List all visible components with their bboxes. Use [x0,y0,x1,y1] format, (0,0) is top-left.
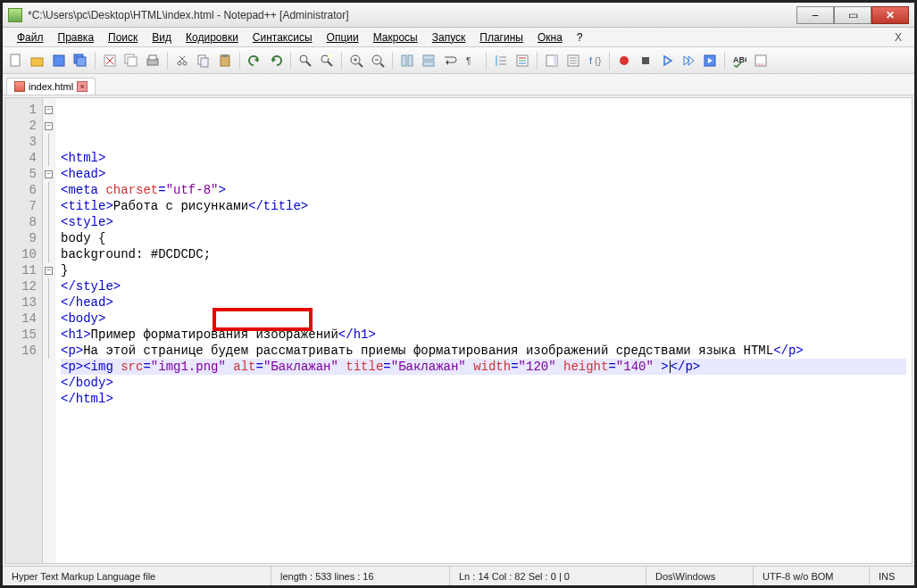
save-macro-icon[interactable] [700,51,720,70]
code-line[interactable]: background: #DCDCDC; [61,246,906,262]
menu-view[interactable]: Вид [145,29,179,46]
code-line[interactable]: body { [61,230,906,246]
menu-macro[interactable]: Макросы [366,29,425,46]
record-icon[interactable] [614,51,634,70]
window-title: *C:\Users\pc\Desktop\HTML\index.html - N… [28,9,796,21]
code-line[interactable]: <style> [61,214,906,230]
status-length: length : 533 lines : 16 [271,567,450,585]
code-area[interactable]: <html><head><meta charset="utf-8"><title… [55,98,912,563]
code-line[interactable]: </body> [61,375,906,391]
fold-cell [43,343,54,359]
code-line[interactable]: <p><img src="img1.png" alt="Баклажан" ti… [61,359,906,375]
code-line[interactable]: <meta charset="utf-8"> [61,182,906,198]
all-chars-icon[interactable]: ¶ [462,51,481,70]
menu-close-x[interactable]: X [889,31,907,44]
svg-rect-11 [149,55,156,60]
close-all-icon[interactable] [121,51,141,70]
sync-v-icon[interactable] [397,51,417,70]
minimize-button[interactable]: – [796,6,834,24]
save-all-icon[interactable] [71,51,90,70]
code-line[interactable]: </style> [61,278,906,294]
doc-map-icon[interactable] [542,51,562,70]
toolbar: ¶ f{} ABC [3,47,914,74]
close-file-icon[interactable] [100,51,120,70]
doc-list-icon[interactable] [563,51,583,70]
menu-encoding[interactable]: Кодировки [179,29,246,46]
sync-h-icon[interactable] [419,51,438,70]
menu-search[interactable]: Поиск [101,29,145,46]
play-multi-icon[interactable] [679,51,698,70]
menu-run[interactable]: Запуск [425,29,473,46]
code-line[interactable]: <h1>Пример форматирования изображений</h… [61,327,906,343]
fold-cell [43,198,54,214]
tab-close-icon[interactable]: × [77,81,88,92]
fold-cell [43,214,54,230]
line-number: 13 [5,294,37,311]
replace-icon[interactable] [317,51,337,70]
line-number: 9 [5,230,37,246]
fold-cell: − [43,262,54,278]
fold-cell [43,134,54,150]
copy-icon[interactable] [194,51,213,70]
svg-line-25 [328,62,332,66]
save-icon[interactable] [49,51,69,70]
print-icon[interactable] [143,51,163,70]
menu-window[interactable]: Окна [530,29,570,46]
line-number: 3 [5,134,37,150]
svg-rect-37 [423,62,434,66]
svg-point-13 [183,62,187,65]
fold-minus-icon[interactable]: − [45,122,53,130]
menu-settings[interactable]: Опции [320,29,366,46]
zoom-out-icon[interactable] [368,51,388,70]
find-icon[interactable] [296,51,315,70]
code-line[interactable]: </head> [61,294,906,311]
spellcheck-next-icon[interactable] [751,51,771,70]
maximize-button[interactable]: ▭ [834,6,871,24]
svg-point-12 [178,62,181,65]
fold-cell [43,327,54,343]
stop-icon[interactable] [636,51,655,70]
svg-rect-49 [554,55,557,66]
paste-icon[interactable] [215,51,235,70]
new-file-icon[interactable] [6,51,26,70]
line-number: 10 [5,246,37,262]
menu-help[interactable]: ? [570,29,590,46]
udl-icon[interactable] [513,51,532,70]
menu-plugins[interactable]: Плагины [472,29,530,46]
fold-column: −−−− [43,98,55,563]
code-line[interactable]: <body> [61,311,906,327]
svg-rect-36 [423,55,434,60]
tab-index-html[interactable]: index.html × [6,78,96,95]
line-number: 15 [5,327,37,343]
code-line[interactable]: <head> [61,166,906,182]
spellcheck-icon[interactable]: ABC [729,51,749,70]
undo-icon[interactable] [245,51,264,70]
wrap-icon[interactable] [440,51,460,70]
line-number: 14 [5,311,37,327]
code-line[interactable]: <html> [61,150,906,166]
editor[interactable]: 12345678910111213141516 −−−− <html><head… [4,97,913,564]
fold-minus-icon[interactable]: − [45,267,53,275]
fold-cell [43,182,54,198]
indent-guide-icon[interactable] [491,51,511,70]
fold-minus-icon[interactable]: − [45,106,53,114]
zoom-in-icon[interactable] [346,51,366,70]
svg-rect-19 [222,54,228,57]
code-line[interactable]: <title>Работа с рисунками</title> [61,198,906,214]
play-icon[interactable] [657,51,677,70]
code-line[interactable]: </html> [61,391,906,407]
code-line[interactable]: <p>На этой странице будем рассматривать … [61,343,906,359]
redo-icon[interactable] [266,51,286,70]
cut-icon[interactable] [172,51,192,70]
func-list-icon[interactable]: f{} [585,51,604,70]
fold-minus-icon[interactable]: − [45,170,53,178]
menu-edit[interactable]: Правка [51,29,102,46]
menu-language[interactable]: Синтаксисы [246,29,320,46]
svg-rect-34 [402,55,406,66]
svg-text:¶: ¶ [466,56,471,66]
code-line[interactable]: } [61,262,906,278]
open-file-icon[interactable] [28,51,47,70]
close-button[interactable]: ✕ [871,6,909,24]
status-position: Ln : 14 Col : 82 Sel : 0 | 0 [450,567,646,585]
menu-file[interactable]: Файл [10,29,51,46]
